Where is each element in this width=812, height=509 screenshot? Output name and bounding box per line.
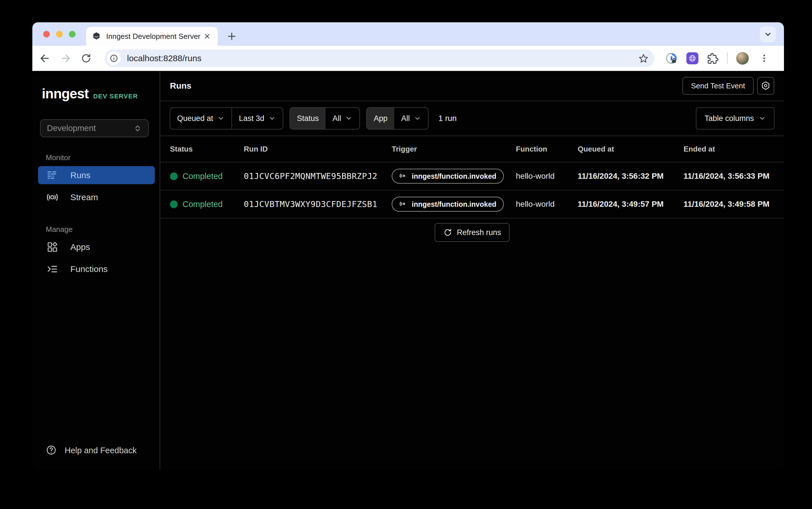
event-pulse-icon — [399, 200, 408, 208]
maximize-window-button[interactable] — [69, 31, 75, 37]
help-and-feedback[interactable]: Help and Feedback — [46, 445, 160, 456]
browser-tab[interactable]: Inngest Development Server — [86, 27, 218, 46]
refresh-runs-label: Refresh runs — [457, 228, 501, 237]
trigger-name: inngest/function.invoked — [412, 172, 496, 180]
browser-toolbar: localhost:8288/runs — [32, 46, 784, 71]
app-content: inngest DEV SERVER Development Monitor R… — [32, 71, 784, 470]
extension-icons — [665, 52, 769, 65]
sidebar-section-manage: Manage — [46, 225, 160, 234]
runs-icon — [46, 169, 59, 182]
queued-at-time: 11/16/2024, 3:49:57 PM — [578, 200, 684, 209]
column-header-function: Function — [516, 145, 578, 154]
address-bar[interactable]: localhost:8288/runs — [104, 49, 654, 67]
refresh-runs-button[interactable]: Refresh runs — [434, 223, 510, 242]
app-filter-label: App — [367, 108, 394, 129]
settings-gear-button[interactable] — [757, 77, 774, 95]
status-filter-label: Status — [290, 108, 326, 129]
page-title: Runs — [170, 81, 191, 91]
send-test-event-button[interactable]: Send Test Event — [682, 77, 754, 95]
environment-select[interactable]: Development — [40, 119, 149, 137]
table-row[interactable]: Completed 01JCVBTMV3WXY9D3CFDEJFZSB1 inn… — [160, 191, 784, 218]
function-name[interactable]: hello-world — [516, 172, 578, 181]
chevron-down-icon — [758, 115, 766, 122]
status-dot-completed — [170, 172, 178, 180]
browser-menu-icon[interactable] — [759, 53, 769, 64]
time-filter: Queued at Last 3d — [170, 107, 283, 130]
back-button[interactable] — [35, 48, 55, 69]
time-range-dropdown[interactable]: Last 3d — [231, 108, 283, 129]
url-text[interactable]: localhost:8288/runs — [127, 54, 638, 63]
status-label: Completed — [183, 172, 223, 181]
help-icon — [46, 445, 57, 456]
trigger-badge[interactable]: inngest/function.invoked — [392, 169, 504, 183]
sidebar-item-functions[interactable]: Functions — [38, 260, 155, 278]
main-panel: Runs Send Test Event Queued at Last 3d — [160, 71, 784, 470]
run-id[interactable]: 01JCVC6PF2MQNMTWE95BBRZPJ2 — [244, 171, 392, 181]
sidebar-item-label: Stream — [70, 193, 98, 202]
select-carets-icon — [133, 124, 142, 133]
environment-select-value: Development — [47, 124, 133, 133]
sidebar-item-apps[interactable]: Apps — [38, 238, 155, 256]
run-id[interactable]: 01JCVBTMV3WXY9D3CFDEJFZSB1 — [244, 199, 392, 209]
status-filter-dropdown[interactable]: All — [326, 108, 359, 129]
tab-search-chevron-button[interactable] — [760, 26, 776, 42]
chevron-down-icon — [268, 115, 276, 122]
chevron-down-icon — [217, 115, 225, 122]
purple-extension-icon[interactable] — [686, 52, 699, 64]
trigger-badge[interactable]: inngest/function.invoked — [392, 197, 504, 212]
refresh-icon — [443, 228, 452, 237]
minimize-window-button[interactable] — [56, 31, 63, 37]
chevron-down-icon — [414, 115, 421, 122]
column-header-run-id: Run ID — [244, 145, 392, 154]
functions-icon — [46, 263, 59, 276]
reload-button[interactable] — [76, 48, 96, 69]
app-filter: App All — [366, 107, 429, 130]
table-columns-button[interactable]: Table columns — [696, 107, 775, 130]
column-header-trigger: Trigger — [392, 145, 516, 154]
run-count: 1 run — [438, 114, 457, 123]
table-row[interactable]: Completed 01JCVC6PF2MQNMTWE95BBRZPJ2 inn… — [160, 162, 784, 191]
status-filter-value: All — [332, 114, 341, 123]
chevron-down-icon — [345, 115, 353, 122]
function-name[interactable]: hello-world — [516, 200, 578, 209]
apps-icon — [46, 240, 59, 253]
browser-window: Inngest Development Server localhost:828… — [32, 22, 784, 470]
forward-button[interactable] — [55, 48, 76, 69]
column-header-status: Status — [170, 145, 244, 154]
site-info-icon[interactable] — [107, 52, 121, 65]
filter-bar: Queued at Last 3d Status All — [160, 101, 784, 136]
tab-close-icon[interactable] — [202, 31, 212, 41]
toolbar-separator — [727, 53, 727, 64]
help-label: Help and Feedback — [65, 446, 137, 455]
time-field-dropdown[interactable]: Queued at — [170, 108, 231, 129]
status-filter: Status All — [290, 107, 360, 130]
sidebar-item-label: Apps — [70, 242, 90, 252]
table-header-row: Status Run ID Trigger Function Queued at… — [160, 136, 784, 162]
page-header: Runs Send Test Event — [160, 71, 784, 101]
queued-at-time: 11/16/2024, 3:56:32 PM — [578, 172, 684, 181]
bookmark-star-icon[interactable] — [638, 53, 649, 64]
new-tab-button[interactable] — [224, 29, 239, 44]
column-header-queued-at: Queued at — [578, 145, 684, 154]
time-field-value: Queued at — [177, 114, 213, 123]
browser-tab-strip: Inngest Development Server — [32, 22, 784, 46]
profile-avatar[interactable] — [736, 52, 749, 65]
extensions-puzzle-icon[interactable] — [707, 53, 718, 64]
onepassword-extension-icon[interactable] — [665, 52, 678, 65]
sidebar-item-runs[interactable]: Runs — [38, 166, 155, 184]
tab-title: Inngest Development Server — [106, 32, 202, 41]
event-pulse-icon — [399, 172, 408, 180]
app-filter-value: All — [401, 114, 410, 123]
status-label: Completed — [183, 200, 223, 209]
app-filter-dropdown[interactable]: All — [394, 108, 428, 129]
column-header-ended-at: Ended at — [684, 145, 774, 154]
dev-server-badge: DEV SERVER — [93, 93, 138, 100]
inngest-favicon-icon — [92, 32, 101, 41]
time-range-value: Last 3d — [239, 114, 264, 123]
sidebar-item-stream[interactable]: Stream — [38, 188, 155, 206]
stream-icon — [46, 191, 59, 204]
close-window-button[interactable] — [43, 31, 50, 37]
sidebar: inngest DEV SERVER Development Monitor R… — [32, 71, 160, 470]
sidebar-item-label: Runs — [70, 170, 90, 180]
status-dot-completed — [170, 200, 178, 208]
